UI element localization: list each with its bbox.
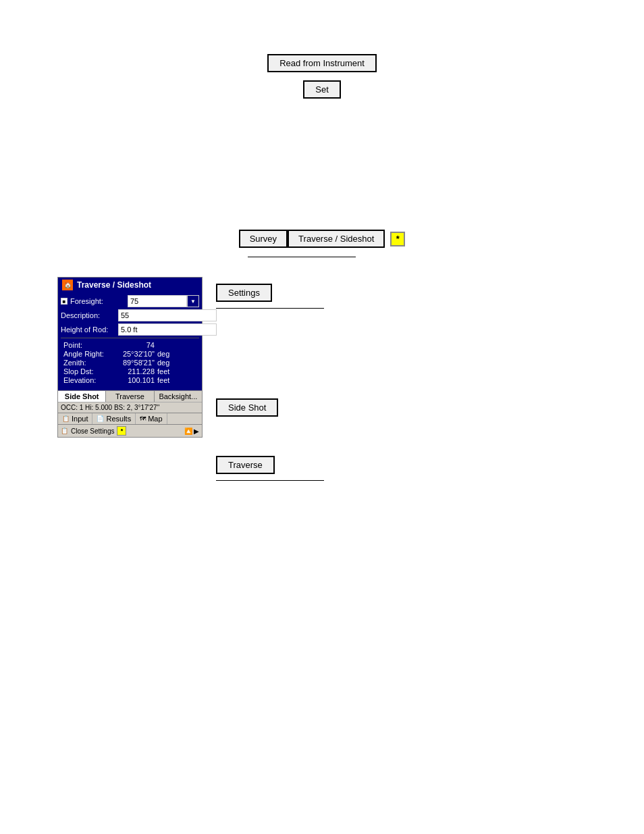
panel-action-buttons: Side Shot Traverse Backsight... [58, 390, 202, 402]
description-input[interactable] [118, 309, 217, 321]
elevation-unit: feet [157, 376, 169, 384]
bottom-star-button[interactable]: * [117, 426, 126, 436]
panel-tabs: 📋 Input 📄 Results 🗺 Map [58, 413, 202, 424]
slop-dst-label: Slop Dst: [63, 367, 117, 375]
backsight-action-button[interactable]: Backsight... [155, 391, 202, 402]
zenith-unit: deg [157, 359, 169, 367]
zenith-value: 89°58'21" [117, 359, 155, 367]
height-of-rod-row: Height of Rod: [61, 323, 199, 336]
foresight-row: ■ Foresight: ▼ [61, 295, 199, 307]
elevation-value: 100.101 [117, 376, 155, 384]
input-tab-label: Input [72, 415, 88, 423]
input-tab[interactable]: 📋 Input [58, 413, 92, 424]
zenith-label: Zenith: [63, 359, 117, 367]
foresight-checkbox[interactable]: ■ [61, 298, 68, 305]
settings-button[interactable]: Settings [216, 284, 272, 302]
panel-title-icon: 🏠 [62, 280, 73, 290]
traverse-underline [216, 480, 324, 481]
set-button[interactable]: Set [303, 80, 341, 99]
side-shot-button-area: Side Shot [216, 398, 278, 417]
panel-status: OCC: 1 Hi: 5.000 BS: 2, 3°17'27" [58, 402, 202, 413]
foresight-input[interactable] [128, 295, 187, 307]
panel-bottom-bar: 📋 Close Settings * 🔼 ▶ [58, 424, 202, 437]
traverse-sideshot-tab[interactable]: Traverse / Sideshot [288, 230, 385, 248]
top-section: Read from Instrument Set [0, 54, 644, 99]
description-row: Description: [61, 309, 199, 321]
point-row: Point: 74 [63, 341, 196, 349]
slop-dst-value: 211.228 [117, 367, 155, 375]
tab-section: Survey Traverse / Sideshot * [0, 230, 644, 248]
close-settings-label[interactable]: Close Settings [71, 427, 114, 435]
side-shot-button[interactable]: Side Shot [216, 398, 278, 417]
panel-title-text: Traverse / Sideshot [77, 280, 151, 290]
point-label: Point: [63, 341, 117, 349]
star-button[interactable]: * [390, 232, 405, 246]
angle-right-value: 25°32'10" [117, 350, 155, 358]
panel-title-bar: 🏠 Traverse / Sideshot [58, 278, 202, 292]
side-shot-action-button[interactable]: Side Shot [58, 391, 106, 402]
foresight-label: Foresight: [70, 297, 128, 305]
read-from-instrument-button[interactable]: Read from Instrument [267, 54, 377, 72]
traverse-button[interactable]: Traverse [216, 456, 275, 474]
map-tab-icon: 🗺 [140, 415, 146, 422]
page: Read from Instrument Set Survey Traverse… [0, 0, 644, 834]
resize-icon: 🔼 [184, 427, 192, 435]
results-tab-icon: 📄 [97, 415, 104, 422]
results-tab-label: Results [106, 415, 131, 423]
angle-right-label: Angle Right: [63, 350, 117, 358]
zenith-row: Zenith: 89°58'21" deg [63, 359, 196, 367]
foresight-dropdown[interactable]: ▼ [187, 295, 199, 307]
settings-button-area: Settings [216, 284, 272, 302]
traverse-sideshot-panel: 🏠 Traverse / Sideshot ■ Foresight: ▼ Des… [57, 277, 203, 438]
slop-dst-unit: feet [157, 367, 169, 375]
settings-underline [216, 308, 324, 309]
dropdown-arrow-icon: ▼ [190, 298, 196, 305]
close-settings-group: 📋 Close Settings * [61, 426, 126, 436]
map-tab[interactable]: 🗺 Map [136, 413, 167, 424]
traverse-button-area: Traverse [216, 456, 275, 474]
close-icon[interactable]: ▶ [194, 427, 199, 435]
input-tab-icon: 📋 [62, 415, 70, 422]
height-of-rod-input[interactable] [118, 323, 217, 336]
panel-body: ■ Foresight: ▼ Description: Height of Ro… [58, 292, 202, 390]
tab-underline [248, 257, 356, 257]
traverse-action-button[interactable]: Traverse [106, 391, 154, 402]
point-value: 74 [117, 341, 155, 349]
elevation-label: Elevation: [63, 376, 117, 384]
angle-right-row: Angle Right: 25°32'10" deg [63, 350, 196, 358]
data-section: Point: 74 Angle Right: 25°32'10" deg Zen… [61, 338, 199, 388]
panel-resize-group: 🔼 ▶ [184, 427, 199, 435]
slop-dst-row: Slop Dst: 211.228 feet [63, 367, 196, 375]
height-of-rod-label: Height of Rod: [61, 325, 118, 334]
angle-right-unit: deg [157, 350, 169, 358]
survey-tab[interactable]: Survey [239, 230, 288, 248]
description-label: Description: [61, 311, 118, 319]
close-settings-icon: 📋 [61, 427, 68, 434]
map-tab-label: Map [148, 415, 162, 423]
results-tab[interactable]: 📄 Results [92, 413, 136, 424]
elevation-row: Elevation: 100.101 feet [63, 376, 196, 384]
